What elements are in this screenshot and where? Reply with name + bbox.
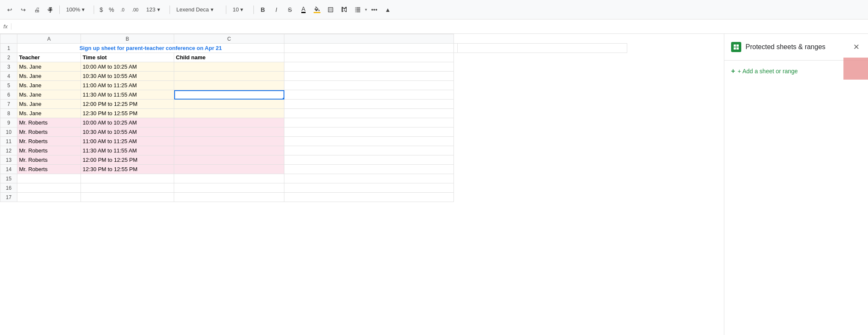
cell[interactable]: Mr. Roberts bbox=[17, 127, 81, 137]
empty-cell[interactable] bbox=[458, 44, 627, 53]
cell[interactable]: 12:30 PM to 12:55 PM bbox=[81, 109, 174, 118]
font-size-dropdown[interactable]: 10 ▾ bbox=[229, 4, 251, 16]
cell[interactable]: Child name bbox=[174, 53, 284, 62]
font-color-button[interactable]: A bbox=[297, 3, 310, 16]
empty-cell[interactable] bbox=[284, 127, 454, 137]
zoom-dropdown[interactable]: 100% ▾ bbox=[62, 4, 91, 16]
italic-button[interactable]: I bbox=[270, 3, 283, 16]
cell[interactable] bbox=[174, 183, 284, 193]
col-header-a[interactable]: A bbox=[17, 34, 81, 44]
paint-format-button[interactable] bbox=[44, 3, 57, 16]
align-button[interactable] bbox=[351, 3, 364, 16]
format-dropdown[interactable]: 123 ▾ bbox=[142, 4, 167, 16]
redo-button[interactable]: ↪ bbox=[17, 3, 30, 16]
cell[interactable]: Ms. Jane bbox=[17, 90, 81, 100]
cell[interactable] bbox=[81, 183, 174, 193]
cell[interactable] bbox=[81, 193, 174, 202]
empty-cell[interactable] bbox=[284, 109, 454, 118]
formula-input[interactable] bbox=[15, 23, 865, 30]
cell[interactable]: Time slot bbox=[81, 53, 174, 62]
empty-cell[interactable] bbox=[284, 165, 454, 174]
cell[interactable]: Ms. Jane bbox=[17, 72, 81, 81]
empty-cell[interactable] bbox=[284, 193, 454, 202]
cell[interactable]: Teacher bbox=[17, 53, 81, 62]
cell[interactable]: 12:30 PM to 12:55 PM bbox=[81, 165, 174, 174]
decimal-dec-button[interactable]: .0 bbox=[117, 3, 128, 16]
cell[interactable] bbox=[284, 44, 454, 53]
cell[interactable] bbox=[174, 109, 284, 118]
undo-button[interactable]: ↩ bbox=[3, 3, 16, 16]
cell[interactable]: Ms. Jane bbox=[17, 109, 81, 118]
empty-cell[interactable] bbox=[284, 118, 454, 127]
cell[interactable] bbox=[174, 165, 284, 174]
cell[interactable] bbox=[174, 155, 284, 165]
cell[interactable]: Mr. Roberts bbox=[17, 137, 81, 146]
cell[interactable] bbox=[454, 44, 458, 53]
merge-button[interactable] bbox=[338, 3, 351, 16]
cell[interactable] bbox=[17, 193, 81, 202]
cell[interactable]: Mr. Roberts bbox=[17, 165, 81, 174]
col-header-c[interactable]: C bbox=[174, 34, 284, 44]
cell[interactable] bbox=[174, 137, 284, 146]
cell[interactable]: 11:30 AM to 11:55 AM bbox=[81, 90, 174, 100]
cell[interactable]: 10:30 AM to 10:55 AM bbox=[81, 127, 174, 137]
cell[interactable]: 12:00 PM to 12:25 PM bbox=[81, 155, 174, 165]
sheet-wrapper[interactable]: A B C 1Sign up sheet for parent-teacher … bbox=[0, 34, 724, 335]
empty-cell[interactable] bbox=[284, 72, 454, 81]
collapse-button[interactable]: ▲ bbox=[381, 3, 394, 16]
col-header-empty bbox=[284, 34, 454, 44]
cell[interactable] bbox=[174, 81, 284, 90]
cell[interactable]: 11:30 AM to 11:55 AM bbox=[81, 146, 174, 155]
cell[interactable]: Ms. Jane bbox=[17, 100, 81, 109]
empty-cell[interactable] bbox=[284, 137, 454, 146]
cell[interactable]: 10:00 AM to 10:25 AM bbox=[81, 118, 174, 127]
cell[interactable]: Ms. Jane bbox=[17, 81, 81, 90]
col-header-b[interactable]: B bbox=[81, 34, 174, 44]
percent-button[interactable]: % bbox=[107, 3, 116, 16]
cell[interactable] bbox=[174, 100, 284, 109]
empty-cell[interactable] bbox=[284, 174, 454, 183]
more-button[interactable]: ••• bbox=[368, 3, 381, 16]
cell[interactable] bbox=[81, 174, 174, 183]
print-button[interactable]: 🖨 bbox=[31, 3, 43, 16]
cell[interactable] bbox=[174, 90, 284, 100]
empty-cell[interactable] bbox=[284, 62, 454, 72]
cell[interactable]: 10:30 AM to 10:55 AM bbox=[81, 72, 174, 81]
cell[interactable] bbox=[174, 62, 284, 72]
cell[interactable] bbox=[17, 174, 81, 183]
cell[interactable]: 12:00 PM to 12:25 PM bbox=[81, 100, 174, 109]
fill-color-button[interactable] bbox=[311, 3, 323, 16]
empty-cell[interactable] bbox=[284, 90, 454, 100]
formula-icon: fx bbox=[3, 23, 11, 30]
table-row: 6Ms. Jane11:30 AM to 11:55 AM bbox=[0, 90, 627, 100]
decimal-inc-button[interactable]: .00 bbox=[129, 3, 142, 16]
cell[interactable] bbox=[174, 174, 284, 183]
empty-cell[interactable] bbox=[284, 146, 454, 155]
cell[interactable] bbox=[174, 72, 284, 81]
font-family-dropdown[interactable]: Lexend Deca ▾ bbox=[172, 4, 223, 16]
currency-button[interactable]: $ bbox=[97, 3, 106, 16]
cell[interactable] bbox=[174, 127, 284, 137]
add-sheet-or-range-button[interactable]: + + Add a sheet or range bbox=[731, 67, 798, 75]
cell[interactable] bbox=[17, 183, 81, 193]
cell[interactable] bbox=[174, 118, 284, 127]
cell[interactable]: Mr. Roberts bbox=[17, 146, 81, 155]
empty-cell[interactable] bbox=[284, 100, 454, 109]
empty-cell[interactable] bbox=[284, 81, 454, 90]
cell[interactable]: Ms. Jane bbox=[17, 62, 81, 72]
cell[interactable]: 11:00 AM to 11:25 AM bbox=[81, 81, 174, 90]
cell[interactable]: Mr. Roberts bbox=[17, 118, 81, 127]
cell[interactable] bbox=[174, 193, 284, 202]
cell[interactable]: 10:00 AM to 10:25 AM bbox=[81, 62, 174, 72]
bold-button[interactable]: B bbox=[256, 3, 269, 16]
cell[interactable]: Sign up sheet for parent-teacher confere… bbox=[17, 44, 284, 53]
strikethrough-button[interactable]: S bbox=[284, 3, 296, 16]
borders-button[interactable] bbox=[324, 3, 337, 16]
close-panel-button[interactable]: ✕ bbox=[851, 41, 861, 53]
empty-cell[interactable] bbox=[284, 155, 454, 165]
cell[interactable]: Mr. Roberts bbox=[17, 155, 81, 165]
cell[interactable] bbox=[174, 146, 284, 155]
empty-cell[interactable] bbox=[284, 53, 454, 62]
cell[interactable]: 11:00 AM to 11:25 AM bbox=[81, 137, 174, 146]
empty-cell[interactable] bbox=[284, 183, 454, 193]
